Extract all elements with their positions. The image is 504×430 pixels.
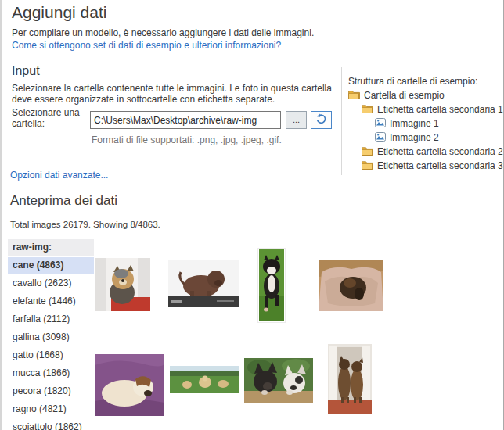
category-item-elefante[interactable]: elefante (1446) [8,293,94,310]
category-item-cavallo[interactable]: cavallo (2623) [8,275,94,292]
example-folder-tree: Cartella di esempio Etichetta cartella s… [348,88,503,173]
preview-summary: Total images 26179. Showing 8/4863. [10,220,160,229]
page-subtitle: Per compilare un modello, è necessario a… [12,27,314,38]
tree-item-sublabel-3: Etichetta cartella secondaria 3 [348,159,503,173]
preview-image-5 [95,354,164,416]
folder-icon [362,146,373,158]
folder-select-label: Selezionare una cartella: [12,107,87,129]
image-icon [375,132,386,144]
category-item-ragno[interactable]: ragno (4821) [8,401,94,417]
preview-image-6 [170,366,239,393]
category-list: raw-img: cane (4863) cavallo (2623) elef… [8,239,94,430]
preview-image-2 [168,260,239,307]
folder-icon [362,104,373,116]
tree-item-label: Cartella di esempio [364,90,445,101]
page-title: Aggiungi dati [12,3,106,22]
tree-item-sublabel-1: Etichetta cartella secondaria 1 [348,102,503,116]
section-divider [341,67,342,175]
refresh-button[interactable] [311,111,332,129]
add-data-page: Aggiungi dati Per compilare un modello, … [0,0,504,430]
tree-item-root-folder: Cartella di esempio [348,88,503,102]
folder-icon [362,160,373,172]
preview-image-4 [319,260,383,311]
advanced-options-link[interactable]: Opzioni dati avanzate... [10,170,108,181]
tree-item-image-1: Immagine 1 [348,116,503,131]
tree-item-sublabel-2: Etichetta cartella secondaria 2 [348,145,503,159]
folder-path-input[interactable] [90,111,281,129]
help-link[interactable]: Come si ottengono set di dati di esempio… [12,40,281,51]
category-item-cane[interactable]: cane (4863) [8,257,94,274]
tree-item-label: Etichetta cartella secondaria 1 [377,104,503,115]
preview-image-8 [328,344,372,414]
preview-image-3 [257,248,286,323]
category-item-farfalla[interactable]: farfalla (2112) [8,311,94,328]
tree-item-label: Immagine 1 [390,118,439,129]
category-item-gallina[interactable]: gallina (3098) [8,329,94,346]
input-section-heading: Input [12,64,40,78]
example-structure-heading: Struttura di cartelle di esempio: [348,76,477,87]
tree-item-image-2: Immagine 2 [348,131,503,145]
image-icon [375,118,386,130]
category-item-gatto[interactable]: gatto (1668) [8,347,94,364]
preview-image-1 [95,258,150,311]
input-description: Selezionare la cartella contenente tutte… [12,83,344,105]
tree-item-label: Etichetta cartella secondaria 2 [377,146,503,157]
tree-item-label: Etichetta cartella secondaria 3 [377,160,503,171]
category-list-header: raw-img: [8,239,94,256]
category-item-mucca[interactable]: mucca (1866) [8,365,94,382]
refresh-icon [315,113,327,127]
browse-button[interactable]: ... [286,111,307,129]
supported-formats-hint: Formati di file supportati: .png, .jpg, … [92,134,282,145]
category-item-scoiattolo[interactable]: scoiattolo (1862) [8,419,94,430]
category-item-pecora[interactable]: pecora (1820) [8,383,94,400]
tree-item-label: Immagine 2 [390,132,439,143]
preview-section-heading: Anteprima dei dati [10,193,117,209]
folder-icon [348,90,360,102]
preview-image-7 [244,358,313,403]
